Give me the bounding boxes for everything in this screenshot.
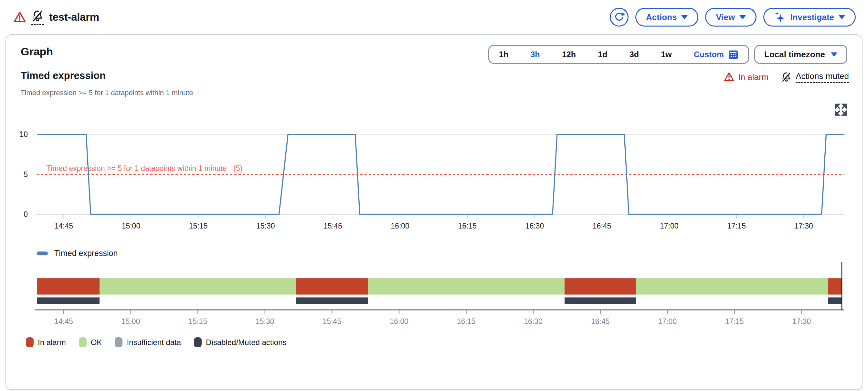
chevron-down-icon <box>839 15 845 20</box>
svg-text:17:00: 17:00 <box>660 222 679 230</box>
actions-button[interactable]: Actions <box>635 8 699 27</box>
svg-text:5: 5 <box>24 170 28 179</box>
svg-text:15:00: 15:00 <box>122 317 140 326</box>
panel-title: Graph <box>21 45 53 58</box>
legend-label: OK <box>91 338 102 347</box>
svg-text:15:15: 15:15 <box>188 317 207 326</box>
legend-item-muted-actions: Disabled/Muted actions <box>194 337 286 347</box>
chevron-down-icon <box>681 15 688 20</box>
top-bar: test-alarm Actions View <box>0 0 868 34</box>
actions-muted-bell-icon[interactable] <box>31 9 44 25</box>
range-3d[interactable]: 3d <box>629 50 639 59</box>
svg-text:Timed expression >= 5 for 1 da: Timed expression >= 5 for 1 datapoints w… <box>46 164 242 172</box>
legend-label: Insufficient data <box>127 338 181 347</box>
alarm-warning-icon <box>724 72 734 82</box>
svg-text:14:45: 14:45 <box>54 222 73 230</box>
in-alarm-status: In alarm <box>724 72 769 82</box>
actions-muted-label: Actions muted <box>796 71 849 83</box>
svg-text:15:30: 15:30 <box>256 222 275 230</box>
alarm-status-row: In alarm Actions muted <box>724 71 849 83</box>
series-legend[interactable]: Timed expression <box>37 249 118 258</box>
svg-text:17:30: 17:30 <box>794 222 813 230</box>
range-1w[interactable]: 1w <box>661 50 672 59</box>
time-range-bar: 1h 3h 12h 1d 3d 1w Custom <box>488 45 847 64</box>
timezone-selector[interactable]: Local timezone <box>754 45 847 64</box>
range-3h[interactable]: 3h <box>530 50 540 59</box>
muted-actions-swatch <box>194 337 202 347</box>
bell-slash-icon <box>781 72 792 83</box>
svg-text:17:00: 17:00 <box>658 317 677 326</box>
range-1d[interactable]: 1d <box>598 50 607 59</box>
svg-text:16:00: 16:00 <box>391 222 409 230</box>
svg-text:16:45: 16:45 <box>593 222 612 230</box>
top-actions: Actions View Investigate <box>610 8 856 27</box>
series-legend-label: Timed expression <box>54 249 118 258</box>
svg-text:0: 0 <box>24 210 28 219</box>
ok-swatch <box>79 337 87 347</box>
svg-text:16:15: 16:15 <box>458 222 477 230</box>
actions-button-label: Actions <box>646 12 677 22</box>
series-color-pill <box>37 251 48 255</box>
svg-text:17:15: 17:15 <box>727 222 746 230</box>
svg-text:15:00: 15:00 <box>122 222 141 230</box>
fullscreen-icon <box>834 113 848 117</box>
in-alarm-swatch <box>26 337 34 347</box>
svg-text:16:15: 16:15 <box>457 317 476 326</box>
graph-panel: Graph 1h 3h 12h 1d 3d 1w Custom <box>5 34 863 390</box>
expand-chart-button[interactable] <box>833 102 848 117</box>
svg-text:17:30: 17:30 <box>793 317 811 326</box>
range-custom[interactable]: Custom <box>694 50 738 60</box>
alarm-warning-icon <box>13 11 26 23</box>
timezone-label: Local timezone <box>764 50 825 60</box>
svg-text:15:45: 15:45 <box>323 317 342 326</box>
in-alarm-label: In alarm <box>738 72 769 82</box>
legend-item-ok: OK <box>79 337 102 347</box>
alarm-title-group: test-alarm <box>13 0 99 34</box>
insufficient-data-swatch <box>115 337 122 347</box>
svg-text:14:45: 14:45 <box>54 317 73 326</box>
refresh-button[interactable] <box>610 8 628 27</box>
svg-text:15:15: 15:15 <box>189 222 208 230</box>
view-button[interactable]: View <box>705 8 756 27</box>
svg-text:16:30: 16:30 <box>525 222 544 230</box>
svg-text:15:30: 15:30 <box>256 317 274 326</box>
refresh-icon <box>613 11 625 23</box>
legend-label: In alarm <box>38 338 66 347</box>
svg-text:16:00: 16:00 <box>390 317 408 326</box>
legend-item-in-alarm: In alarm <box>26 337 66 347</box>
legend-label: Disabled/Muted actions <box>206 338 286 347</box>
custom-label: Custom <box>694 50 724 59</box>
investigate-button-label: Investigate <box>790 12 834 22</box>
calendar-icon <box>728 50 738 60</box>
view-button-label: View <box>716 12 735 22</box>
svg-text:10: 10 <box>20 130 28 139</box>
chevron-down-icon <box>831 52 837 57</box>
range-1h[interactable]: 1h <box>499 50 508 59</box>
timeseries-svg: 14:4515:0015:1515:3015:4516:0016:1516:30… <box>17 126 847 238</box>
sparkle-icon <box>774 11 785 23</box>
chevron-down-icon <box>739 15 746 20</box>
state-legend: In alarm OK Insufficient data Disabled/M… <box>26 337 287 347</box>
state-strip-svg: 14:4515:0015:1515:3015:4516:0016:1516:30… <box>17 259 847 328</box>
page: test-alarm Actions View <box>0 0 868 391</box>
time-range-control: 1h 3h 12h 1d 3d 1w Custom <box>488 45 749 64</box>
svg-text:17:15: 17:15 <box>725 317 744 326</box>
actions-muted-status[interactable]: Actions muted <box>781 71 849 83</box>
svg-text:15:45: 15:45 <box>323 222 342 230</box>
svg-text:16:45: 16:45 <box>591 317 610 326</box>
legend-item-insufficient-data: Insufficient data <box>115 337 181 347</box>
investigate-button[interactable]: Investigate <box>763 8 856 27</box>
page-title: test-alarm <box>49 11 99 23</box>
range-12h[interactable]: 12h <box>562 50 576 59</box>
svg-text:16:30: 16:30 <box>524 317 542 326</box>
alarm-condition: Timed expression >= 5 for 1 datapoints w… <box>21 89 193 97</box>
metric-title: Timed expression <box>21 70 106 82</box>
